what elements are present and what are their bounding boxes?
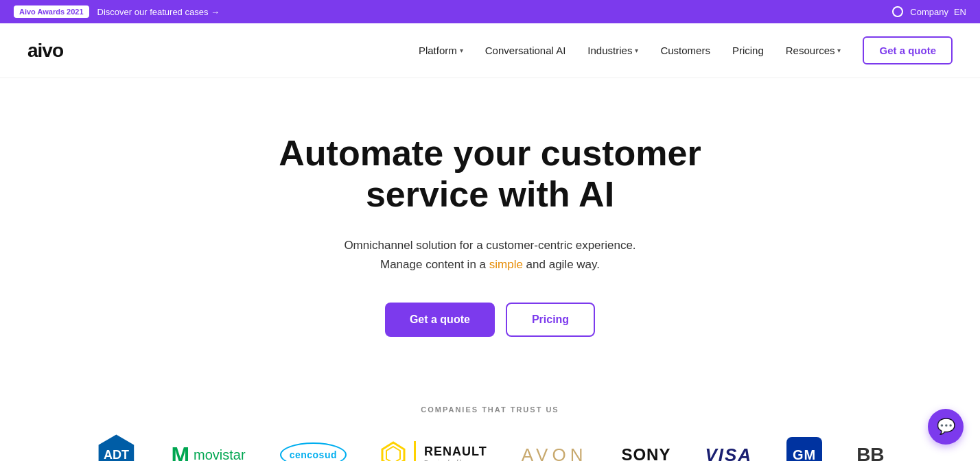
banner-badge: Aivo Awards 2021: [14, 5, 89, 18]
globe-icon: [892, 6, 903, 17]
nav-item-customers[interactable]: Customers: [660, 45, 710, 56]
hero-subtitle-line2: Manage content in a simple and agile way…: [380, 258, 600, 271]
sony-wordmark: SONY: [621, 445, 670, 461]
top-banner: Aivo Awards 2021 Discover our featured c…: [0, 0, 980, 23]
visa-wordmark: VISA: [705, 445, 752, 461]
hero-buttons: Get a quote Pricing: [14, 303, 966, 337]
nav: Platform ▾ Conversational AI Industries …: [419, 36, 953, 64]
movistar-text: movistar: [194, 447, 246, 461]
renault-logo: RENAULT Passion for life: [381, 434, 487, 461]
chat-icon: 💬: [937, 418, 955, 436]
avon-wordmark: AVON: [522, 445, 587, 461]
banner-right: Company EN: [892, 6, 966, 17]
nav-item-platform[interactable]: Platform ▾: [419, 45, 463, 56]
renault-text: RENAULT Passion for life: [424, 445, 487, 461]
nav-get-quote-button[interactable]: Get a quote: [863, 36, 953, 64]
chevron-down-icon: ▾: [460, 47, 463, 54]
chevron-down-icon: ▾: [635, 47, 638, 54]
nav-item-conversational-ai[interactable]: Conversational AI: [485, 45, 566, 56]
adt-logo-mark: ADT: [95, 434, 137, 461]
trust-label: COMPANIES THAT TRUST US: [14, 405, 966, 414]
cencosud-logo-mark: cencosud: [280, 442, 347, 461]
chat-bubble[interactable]: 💬: [928, 409, 964, 445]
movistar-logo: M movistar: [171, 434, 245, 461]
chevron-down-icon: ▾: [837, 47, 841, 54]
lang-label[interactable]: EN: [954, 7, 966, 17]
banner-left: Aivo Awards 2021 Discover our featured c…: [14, 5, 220, 18]
nav-item-resources[interactable]: Resources ▾: [786, 45, 841, 56]
bb-wordmark: BB: [856, 444, 884, 461]
hero-subtitle: Omnichannel solution for a customer-cent…: [14, 236, 966, 276]
header: aivo Platform ▾ Conversational AI Indust…: [0, 23, 980, 78]
adt-logo: ADT: [95, 434, 137, 461]
gm-logo: GM: [786, 434, 822, 461]
gm-logo-mark: GM: [786, 437, 822, 461]
hero-title: Automate your customer service with AI: [215, 133, 765, 215]
nav-item-pricing[interactable]: Pricing: [732, 45, 764, 56]
hero-get-quote-button[interactable]: Get a quote: [385, 303, 495, 337]
visa-logo: VISA: [705, 434, 752, 461]
bb-logo: BB: [856, 434, 884, 461]
trust-section: COMPANIES THAT TRUST US ADT M movistar c…: [0, 378, 980, 461]
cencosud-logo: cencosud: [280, 434, 347, 461]
renault-divider: [414, 441, 416, 461]
hero-section: Automate your customer service with AI O…: [0, 78, 980, 378]
renault-diamond-icon: [381, 441, 406, 461]
nav-item-industries[interactable]: Industries ▾: [587, 45, 638, 56]
svg-marker-0: [382, 442, 404, 461]
hero-subtitle-line1: Omnichannel solution for a customer-cent…: [344, 239, 635, 252]
logos-row: ADT M movistar cencosud RENAULT Passion …: [14, 434, 966, 461]
movistar-m-icon: M: [171, 442, 189, 461]
banner-link[interactable]: Discover our featured cases →: [97, 7, 220, 17]
logo[interactable]: aivo: [27, 40, 63, 62]
sony-logo: SONY: [621, 434, 670, 461]
avon-logo: AVON: [522, 434, 587, 461]
company-label[interactable]: Company: [910, 7, 948, 17]
hero-pricing-button[interactable]: Pricing: [506, 303, 595, 337]
svg-marker-1: [386, 447, 400, 461]
